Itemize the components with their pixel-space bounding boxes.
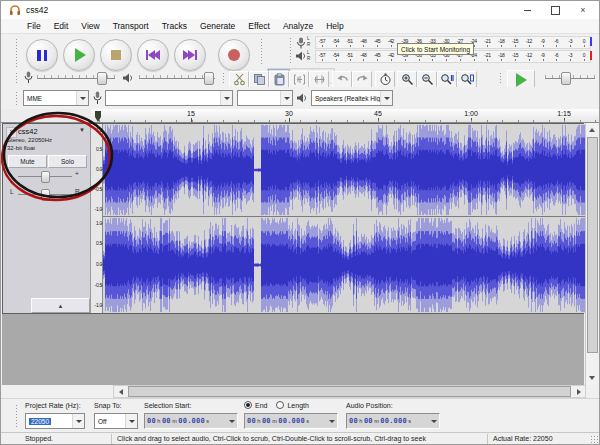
end-radio[interactable] (244, 401, 252, 409)
horizontal-scrollbar-thumb[interactable] (128, 386, 571, 397)
solo-button[interactable]: Solo (48, 155, 87, 168)
transport-toolbar-grip[interactable] (15, 38, 19, 68)
scroll-right-button[interactable] (572, 386, 585, 397)
skip-to-start-button[interactable] (137, 39, 169, 71)
record-button[interactable] (218, 39, 250, 71)
fit-project-button[interactable] (457, 71, 477, 88)
menu-help[interactable]: Help (326, 21, 343, 31)
timefield-dropdown-arrow[interactable] (329, 420, 335, 423)
skip-to-end-button[interactable] (174, 39, 206, 71)
timefield-digits[interactable]: 00.000 (278, 417, 305, 425)
selection-toolbar-grip[interactable] (15, 404, 19, 428)
menu-transport[interactable]: Transport (113, 21, 149, 31)
vertical-scrollbar[interactable] (585, 123, 599, 385)
timefield-digits[interactable]: 00 (247, 417, 256, 425)
gain-slider-thumb[interactable] (41, 171, 50, 183)
minimize-icon (524, 10, 531, 11)
tools-toolbar-grip[interactable] (260, 38, 264, 66)
zoom-in-button[interactable] (397, 71, 417, 88)
length-radio-label[interactable]: Length (287, 402, 308, 409)
status-actual-rate: Actual Rate: 22050 (493, 435, 553, 442)
menu-generate[interactable]: Generate (200, 21, 235, 31)
paste-button[interactable] (269, 71, 289, 88)
timefield-digits[interactable]: 00 (349, 417, 358, 425)
menu-effect[interactable]: Effect (248, 21, 270, 31)
stop-button[interactable] (100, 39, 132, 71)
track-collapse-button[interactable]: ▲ (31, 298, 90, 313)
trim-audio-button[interactable] (289, 71, 309, 88)
timefield-digits[interactable]: 00 (147, 417, 156, 425)
zoom-out-button[interactable] (417, 71, 437, 88)
timefield-dropdown-arrow[interactable] (229, 420, 235, 423)
playback-device-dropdown[interactable]: Speakers (Realtek High Definiti (311, 90, 393, 106)
scroll-up-button[interactable] (586, 123, 598, 136)
menu-view[interactable]: View (81, 21, 99, 31)
fit-selection-button[interactable] (437, 71, 457, 88)
play-button[interactable] (63, 39, 95, 71)
waveform-channel-left[interactable] (103, 124, 585, 216)
audio-host-dropdown[interactable]: MME (23, 90, 89, 106)
ruler-corner (1, 109, 91, 123)
fit-project-icon (460, 73, 474, 86)
device-toolbar-grip[interactable] (15, 91, 19, 107)
timefield-digits[interactable]: 00 (162, 417, 171, 425)
undo-button[interactable] (332, 71, 352, 88)
sync-lock-button[interactable] (375, 71, 395, 88)
cut-button[interactable] (229, 71, 249, 88)
timeline-minor-tick (192, 120, 193, 122)
menu-edit[interactable]: Edit (54, 21, 69, 31)
transcription-toolbar-grip[interactable] (499, 72, 503, 85)
scroll-left-button[interactable] (114, 386, 127, 397)
maximize-button[interactable] (542, 1, 568, 19)
mixer-speaker-icon (122, 72, 134, 84)
timefield-digits[interactable]: 00.000 (178, 417, 205, 425)
length-radio[interactable] (276, 401, 284, 409)
record-volume-thumb[interactable] (97, 72, 107, 85)
timefield-digits[interactable]: 00 (364, 417, 373, 425)
copy-button[interactable] (249, 71, 269, 88)
selection-end-field[interactable]: 00h00m00.000s (244, 413, 338, 429)
end-radio-label[interactable]: End (255, 402, 267, 409)
selection-start-field[interactable]: 00h00m00.000s (144, 413, 238, 429)
project-rate-dropdown[interactable]: 22050 (25, 413, 85, 429)
edit-toolbar-grip[interactable] (222, 72, 226, 85)
track-menu-arrow-icon[interactable]: ▼ (79, 127, 85, 133)
track-title[interactable]: css42 (18, 127, 38, 136)
redo-button[interactable] (352, 71, 372, 88)
minimize-button[interactable] (514, 1, 540, 19)
playback-speed-thumb[interactable] (561, 72, 571, 85)
pan-slider-thumb[interactable] (41, 189, 50, 201)
recording-device-dropdown[interactable] (105, 90, 233, 106)
scissors-icon (233, 73, 246, 86)
playback-meter-clip-indicator (590, 51, 592, 60)
mute-button[interactable]: Mute (8, 155, 47, 168)
vertical-scrollbar-thumb[interactable] (587, 137, 598, 353)
timefield-dropdown-arrow[interactable] (431, 420, 437, 423)
meter-tick-mark (474, 59, 475, 61)
menu-tracks[interactable]: Tracks (162, 21, 187, 31)
timefield-digits[interactable]: 00 (262, 417, 271, 425)
scroll-down-button[interactable] (586, 371, 598, 384)
window-title: css42 (26, 5, 48, 15)
timeline-ruler[interactable]: 1530451:001:15 (91, 109, 599, 123)
silence-audio-button[interactable] (309, 71, 329, 88)
dropdown-arrow-icon (220, 91, 232, 105)
waveform-channel-right[interactable] (103, 217, 585, 313)
vertical-ruler[interactable]: 1.00.50.0-0.5-1.0 1.00.50.0-0.5-1.0 (91, 124, 103, 313)
audio-position-field[interactable]: 00h00m00.000s (346, 413, 440, 429)
vertical-ruler-ch1: 1.00.50.0-0.5-1.0 (91, 124, 103, 216)
meter-tick-label: -54 (333, 38, 339, 44)
horizontal-scrollbar[interactable] (113, 385, 586, 398)
timefield-unit: h (359, 418, 362, 424)
recording-channels-dropdown[interactable] (237, 90, 293, 106)
snap-to-dropdown[interactable]: Off (94, 413, 138, 429)
menu-analyze[interactable]: Analyze (283, 21, 313, 31)
menu-file[interactable]: File (27, 21, 41, 31)
pause-button[interactable] (26, 39, 58, 71)
meter-toolbar-grip[interactable] (289, 37, 293, 63)
mixer-toolbar-grip[interactable] (15, 72, 19, 85)
close-button[interactable]: × (570, 1, 596, 19)
resize-grip[interactable] (590, 435, 598, 443)
timefield-digits[interactable]: 00.000 (380, 417, 407, 425)
playback-volume-thumb[interactable] (204, 72, 214, 85)
